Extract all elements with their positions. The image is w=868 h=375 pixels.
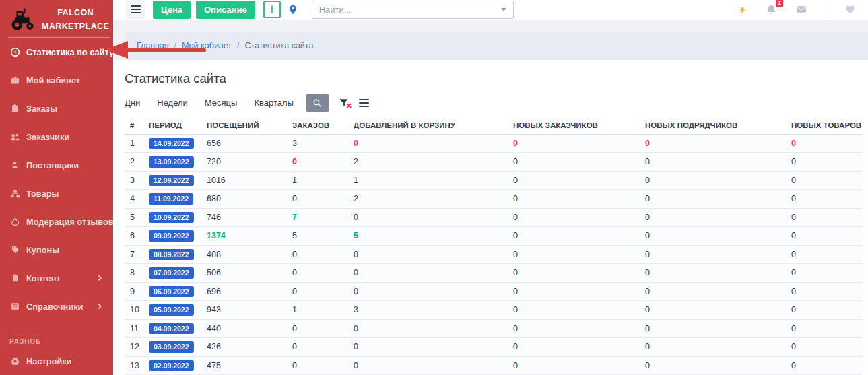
table-search-button[interactable] xyxy=(306,94,329,112)
table-cell-value: 2 xyxy=(354,194,358,203)
breadcrumb-link[interactable]: Мой кабинет xyxy=(182,41,232,50)
period-badge: 07.09.2022 xyxy=(149,267,194,279)
table-cell-value: 0 xyxy=(513,213,518,222)
sidebar-item-tags[interactable]: Купоны xyxy=(0,236,113,264)
table-cell-value: 0 xyxy=(354,324,358,333)
search-input[interactable]: Найти... xyxy=(312,1,514,19)
table-row: 114.09.202265630000 xyxy=(125,135,863,154)
favorites-heart-icon[interactable] xyxy=(844,4,856,15)
table-cell-value: 0 xyxy=(292,250,297,259)
table-cell-value: 7 xyxy=(292,213,297,222)
breadcrumb: Главная/Мой кабинет/Статистика сайта xyxy=(125,32,868,60)
sidebar-item-label: Модерация отзывов xyxy=(26,217,113,227)
row-index: 7 xyxy=(130,250,149,259)
table-cell-value: 5 xyxy=(292,231,297,240)
table-cell-value: 0 xyxy=(354,213,358,222)
sidebar-item-gear[interactable]: Настройки xyxy=(0,347,113,375)
menu-toggle-button[interactable] xyxy=(126,0,145,19)
table-row: 312.09.2022101611000 xyxy=(125,172,863,191)
table-cell-value: 0 xyxy=(513,324,518,333)
breadcrumb-link[interactable]: Главная xyxy=(137,41,169,50)
table-row: 411.09.202268002000 xyxy=(125,190,863,209)
location-pin-icon[interactable] xyxy=(288,4,298,15)
sidebar-item-user[interactable]: Поставщики xyxy=(0,151,113,179)
tab-недели[interactable]: Недели xyxy=(157,98,188,108)
table-cell-value: 0 xyxy=(791,139,796,148)
table-cell-value: 680 xyxy=(207,194,221,203)
table-cell-value: 0 xyxy=(645,324,650,333)
chevron-right-icon xyxy=(96,274,104,282)
tags-icon xyxy=(9,244,20,255)
table-cell-value: 0 xyxy=(645,139,650,148)
sidebar-item-clock[interactable]: Статистика по сайту xyxy=(0,38,113,66)
table-cell-value: 1 xyxy=(292,305,297,314)
table-cell-value: 0 xyxy=(791,305,796,314)
row-index: 10 xyxy=(130,305,149,314)
table-cell-value: 0 xyxy=(645,250,650,259)
brand-name: FALCON MARKETPLACE xyxy=(42,6,109,33)
table-cell-value: 0 xyxy=(292,342,297,351)
column-header: # xyxy=(130,121,149,129)
table-header-row: #ПЕРИОДПОСЕЩЕНИЙЗАКАЗОВДОБАВЛЕНИЙ В КОРЗ… xyxy=(125,117,863,135)
row-index: 6 xyxy=(130,231,149,240)
sidebar-item-file[interactable]: Контент xyxy=(0,264,113,292)
table-cell-value: 0 xyxy=(513,231,518,240)
sidebar-item-sitemap[interactable]: Товары xyxy=(0,179,113,207)
column-header: ЗАКАЗОВ xyxy=(292,121,354,129)
table-cell-value: 0 xyxy=(645,213,650,222)
sidebar-item-label: Купоны xyxy=(26,245,59,255)
table-cell-value: 475 xyxy=(207,361,221,370)
period-badge: 02.09.2022 xyxy=(149,360,194,372)
sidebar-nav: Статистика по сайтуМой кабинетЗаказыЗака… xyxy=(0,38,113,375)
brand[interactable]: FALCON MARKETPLACE xyxy=(0,0,113,37)
table-cell-value: 0 xyxy=(513,194,518,203)
lightning-icon[interactable] xyxy=(738,4,747,15)
top-navbar: Цена Описание i Найти... 1 xyxy=(113,0,868,20)
sidebar-item-label: Статистика по сайту xyxy=(26,47,113,57)
table-cell-value: 0 xyxy=(645,231,650,240)
info-button[interactable]: i xyxy=(263,1,281,18)
table-cell-value: 0 xyxy=(354,268,358,277)
clock-icon xyxy=(9,46,20,57)
sidebar-item-users[interactable]: Заказчики xyxy=(0,123,113,151)
sidebar-item-clipboard[interactable]: Заказы xyxy=(0,94,113,123)
table-cell-value: 943 xyxy=(207,305,221,314)
chevron-right-icon xyxy=(96,302,104,310)
column-header: НОВЫХ ПОДРЯДЧИКОВ xyxy=(645,121,791,129)
tab-дни[interactable]: Дни xyxy=(125,98,140,108)
table-cell-value: 440 xyxy=(207,324,221,333)
table-cell-value: 0 xyxy=(645,305,650,314)
row-index: 2 xyxy=(130,157,149,166)
table-row: 1104.09.202244000000 xyxy=(125,320,863,339)
sidebar-item-label: Контент xyxy=(26,273,61,283)
tab-месяцы[interactable]: Месяцы xyxy=(205,98,238,108)
row-index: 3 xyxy=(130,176,149,185)
price-button[interactable]: Цена xyxy=(153,1,191,19)
page-title: Статистика сайта xyxy=(125,71,863,86)
table-cell-value: 0 xyxy=(791,268,796,277)
breadcrumb-band: Главная/Мой кабинет/Статистика сайта xyxy=(113,20,868,60)
notifications-bell-icon[interactable]: 1 xyxy=(766,4,777,15)
user-icon xyxy=(9,160,20,170)
table-cell-value: 0 xyxy=(645,287,650,296)
filter-remove-button[interactable]: ✕ xyxy=(339,98,349,108)
column-header: ПОСЕЩЕНИЙ xyxy=(207,121,292,129)
table-body: 114.09.202265630000213.09.20227200200031… xyxy=(125,135,863,375)
period-badge: 03.09.2022 xyxy=(149,341,194,353)
table-row: 1005.09.202294313000 xyxy=(125,301,863,320)
sidebar-item-recycle[interactable]: Модерация отзывов xyxy=(0,207,113,236)
table-cell-value: 426 xyxy=(207,342,221,351)
messages-envelope-icon[interactable] xyxy=(795,4,807,15)
sidebar-item-list[interactable]: Справочники xyxy=(0,292,113,320)
breadcrumb-separator: / xyxy=(237,41,239,50)
sidebar-item-briefcase[interactable]: Мой кабинет xyxy=(0,66,113,94)
period-badge: 13.09.2022 xyxy=(149,156,194,168)
table-menu-button[interactable] xyxy=(359,99,369,107)
tab-кварталы[interactable]: Кварталы xyxy=(254,98,293,108)
breadcrumb-current: Статистика сайта xyxy=(245,41,314,50)
description-button[interactable]: Описание xyxy=(196,1,255,19)
table-cell-value: 0 xyxy=(513,157,518,166)
sidebar-item-label: Товары xyxy=(26,189,59,199)
sidebar-item-label: Поставщики xyxy=(26,160,79,170)
table-cell-value: 1 xyxy=(292,176,297,185)
